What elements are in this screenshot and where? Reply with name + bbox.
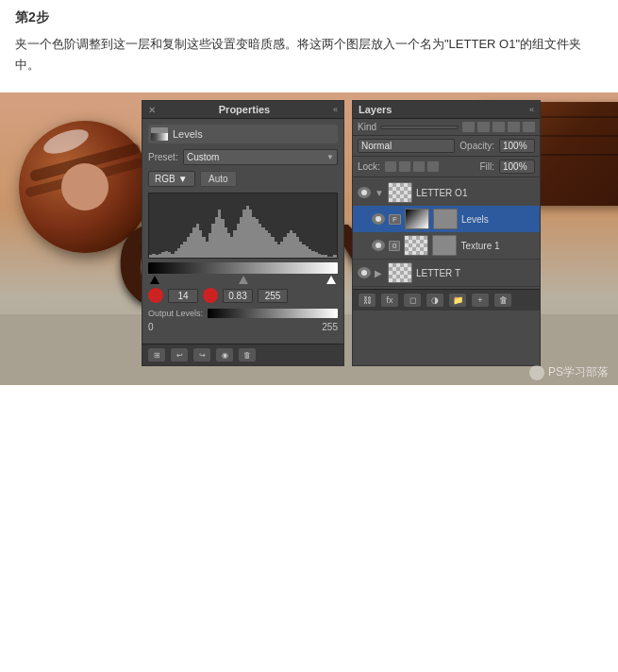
histogram-area xyxy=(148,193,338,259)
lock-all-icon[interactable] xyxy=(413,161,425,172)
properties-title: Properties xyxy=(219,104,270,115)
prop-tool-4[interactable]: ◉ xyxy=(216,348,233,361)
auto-button[interactable]: Auto xyxy=(200,171,237,187)
layer-name-t: LETTER T xyxy=(416,268,535,278)
output-right-value: 255 xyxy=(322,322,338,332)
delete-layer-btn[interactable]: 🗑 xyxy=(494,294,511,307)
layers-search-bar: Kind xyxy=(353,119,540,136)
fill-label: Fill: xyxy=(479,161,494,172)
layers-blending-row: Normal Opacity: 100% xyxy=(353,136,540,157)
layer-item-levels[interactable]: F Levels xyxy=(353,206,540,232)
header-section: 第2步 夹一个色阶调整到这一层和复制这些设置变暗质感。将这两个图层放入一个名为"… xyxy=(0,0,618,92)
group-expand-arrow-t[interactable]: ▶ xyxy=(375,268,384,277)
add-adjustment-btn[interactable]: ◑ xyxy=(426,294,443,307)
black-point-handle[interactable] xyxy=(150,276,159,284)
eye-icon-o1[interactable] xyxy=(358,187,371,198)
add-style-btn[interactable]: fx xyxy=(381,294,398,307)
prop-tool-3[interactable]: ↪ xyxy=(193,348,210,361)
properties-content: Levels Preset: Custom ▼ RGB xyxy=(142,119,343,344)
input-slider-track[interactable] xyxy=(148,262,338,274)
layer-group-o1: ▼ LETTER O1 F xyxy=(353,179,540,260)
white-point-handle[interactable] xyxy=(326,276,336,284)
lock-icons xyxy=(385,161,439,172)
channel-dropdown[interactable]: RGB ▼ xyxy=(148,171,195,187)
prop-tool-5[interactable]: 🗑 xyxy=(239,348,256,361)
levels-icon-red[interactable] xyxy=(148,288,163,303)
preset-dropdown-arrow: ▼ xyxy=(326,153,334,161)
eye-icon-levels[interactable] xyxy=(372,213,385,225)
layers-title: Layers xyxy=(359,104,392,115)
layer-group-header-o1[interactable]: ▼ LETTER O1 xyxy=(353,179,540,206)
group-expand-arrow-o1[interactable]: ▼ xyxy=(375,188,384,197)
mid-point-handle[interactable] xyxy=(239,276,248,284)
filter-icon-3[interactable] xyxy=(493,122,505,132)
description-text: 夹一个色阶调整到这一层和复制这些设置变暗质感。将这两个图层放入一个名为"LETT… xyxy=(15,34,603,76)
add-layer-btn[interactable]: + xyxy=(472,294,489,307)
filter-icon-4[interactable] xyxy=(508,122,520,132)
preset-value: Custom xyxy=(187,152,219,162)
properties-collapse-button[interactable]: « xyxy=(333,105,338,114)
f-badge-levels: F xyxy=(389,214,401,225)
lock-pad-icon[interactable] xyxy=(427,161,439,172)
prop-tool-2[interactable]: ↩ xyxy=(171,348,188,361)
kind-dropdown[interactable] xyxy=(380,126,459,129)
input-white-field[interactable]: 255 xyxy=(258,289,288,303)
watermark-text: PS学习部落 xyxy=(548,364,609,380)
output-levels-row: Output Levels: xyxy=(148,309,338,318)
panels-area: ✕ Properties « Levels Preset: Custom xyxy=(142,100,541,366)
kind-label: Kind xyxy=(358,122,376,132)
watermark-icon xyxy=(529,365,544,380)
layer-thumb-t xyxy=(388,262,412,283)
layer-item-texture1[interactable]: 0 Texture 1 xyxy=(353,232,540,259)
properties-toolbar: ⊞ ↩ ↪ ◉ 🗑 xyxy=(142,344,343,365)
prop-tool-1[interactable]: ⊞ xyxy=(148,348,165,361)
levels-label: Levels xyxy=(173,128,203,140)
properties-panel: ✕ Properties « Levels Preset: Custom xyxy=(142,100,344,366)
add-group-btn[interactable]: 📁 xyxy=(449,294,466,307)
blend-mode-dropdown[interactable]: Normal xyxy=(358,139,455,153)
input-black-field[interactable]: 14 xyxy=(168,289,198,303)
layer-group-header-t[interactable]: ▶ LETTER T xyxy=(353,260,540,286)
histogram-bar xyxy=(333,255,336,258)
filter-icons xyxy=(462,122,535,132)
layer-name-texture1: Texture 1 xyxy=(460,241,535,251)
eye-icon-texture1[interactable] xyxy=(372,240,385,251)
layers-toolbar: ⛓ fx ◻ ◑ 📁 + 🗑 xyxy=(353,289,540,311)
levels-header: Levels xyxy=(148,125,338,143)
channel-value: RGB xyxy=(155,174,175,184)
page-container: 第2步 夹一个色阶调整到这一层和复制这些设置变暗质感。将这两个图层放入一个名为"… xyxy=(0,0,618,385)
add-mask-btn[interactable]: ◻ xyxy=(404,294,421,307)
layer-name-levels: Levels xyxy=(461,214,535,225)
channel-row: RGB ▼ Auto xyxy=(148,171,338,187)
opacity-field[interactable]: 100% xyxy=(499,139,535,153)
layer-thumb-levels xyxy=(405,209,429,229)
lock-pixel-icon[interactable] xyxy=(385,161,396,172)
output-track[interactable] xyxy=(208,309,338,318)
fill-field[interactable]: 100% xyxy=(499,160,535,174)
layer-mask-texture1 xyxy=(432,235,457,256)
step-label: 第2步 xyxy=(15,9,603,26)
preset-row: Preset: Custom ▼ xyxy=(148,149,338,165)
eye-icon-t[interactable] xyxy=(358,267,371,278)
donut-shine xyxy=(41,125,92,159)
channel-arrow: ▼ xyxy=(178,174,188,184)
filter-icon-2[interactable] xyxy=(477,122,490,132)
output-left-value: 0 xyxy=(148,322,154,332)
input-mid-field[interactable]: 0.83 xyxy=(223,289,253,303)
filter-icon-5[interactable] xyxy=(523,122,535,132)
layers-collapse-button[interactable]: « xyxy=(529,105,534,114)
levels-icon-red-mid[interactable] xyxy=(203,288,218,303)
output-values: 0 255 xyxy=(148,322,338,332)
layer-thumb-o1 xyxy=(388,182,412,203)
levels-icon xyxy=(151,127,168,141)
histogram-bars xyxy=(149,201,337,258)
lock-pos-icon[interactable] xyxy=(399,161,410,172)
filter-icon-1[interactable] xyxy=(462,122,475,132)
watermark: PS学习部落 xyxy=(529,364,609,380)
preset-dropdown[interactable]: Custom ▼ xyxy=(183,149,338,165)
properties-close-button[interactable]: ✕ xyxy=(148,105,156,115)
layers-titlebar: Layers « xyxy=(353,101,540,119)
link-layers-btn[interactable]: ⛓ xyxy=(359,294,376,307)
preset-label: Preset: xyxy=(148,152,178,162)
f-badge-texture1: 0 xyxy=(389,241,400,251)
